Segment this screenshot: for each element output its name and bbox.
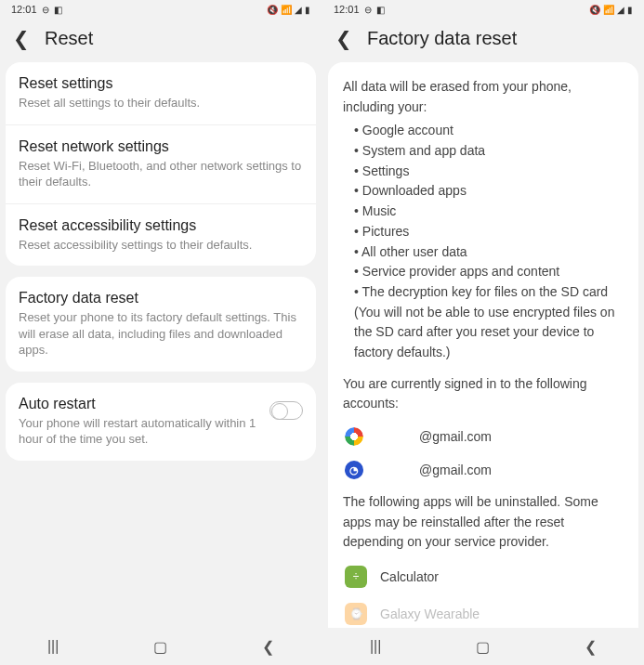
samsung-account-icon: ◔: [345, 461, 363, 479]
mute-icon: 🔇: [589, 5, 600, 15]
auto-restart-toggle[interactable]: [269, 401, 303, 420]
nav-back-icon[interactable]: ❮: [262, 638, 274, 656]
bullet-item: Downloaded apps: [354, 181, 624, 202]
notification-icon: ◧: [376, 5, 385, 15]
accounts-intro: You are currently signed in to the follo…: [328, 369, 638, 420]
factory-reset-details-card: All data will be erased from your phone,…: [328, 62, 638, 628]
wifi-icon: 📶: [281, 5, 292, 15]
header: ❮ Factory data reset: [322, 19, 644, 62]
reset-settings-item[interactable]: Reset settings Reset all settings to the…: [6, 62, 316, 125]
back-icon[interactable]: ❮: [335, 29, 352, 48]
notification-icon: ◧: [54, 5, 62, 15]
page-title: Factory data reset: [367, 28, 517, 49]
account-row-google: @gmail.com: [328, 420, 638, 453]
status-bar: 12:01 ⊖ ◧ 🔇 📶 ◢ ▮: [322, 0, 644, 19]
calculator-icon: ÷: [345, 566, 367, 588]
status-time: 12:01: [334, 4, 360, 15]
nav-home-icon[interactable]: ▢: [153, 638, 167, 656]
erase-list: Google account System and app data Setti…: [343, 121, 624, 362]
reset-accessibility-item[interactable]: Reset accessibility settings Reset acces…: [6, 204, 316, 267]
phone-left: 12:01 ⊖ ◧ 🔇 📶 ◢ ▮ ❮ Reset Reset settings…: [0, 0, 322, 665]
dnd-icon: ⊖: [42, 5, 49, 15]
page-title: Reset: [45, 28, 93, 49]
bullet-item: System and app data: [354, 141, 624, 162]
auto-restart-item[interactable]: Auto restart Your phone will restart aut…: [6, 383, 316, 461]
nav-recents-icon[interactable]: |||: [47, 638, 59, 655]
dnd-icon: ⊖: [364, 5, 372, 15]
status-time: 12:01: [11, 4, 37, 15]
reset-options-card: Reset settings Reset all settings to the…: [6, 62, 316, 266]
nav-back-icon[interactable]: ❮: [585, 638, 597, 656]
factory-reset-card: Factory data reset Reset your phone to i…: [6, 277, 316, 372]
apps-intro: The following apps will be uninstalled. …: [328, 487, 638, 558]
bullet-item: Pictures: [354, 222, 624, 242]
intro-text: All data will be erased from your phone,…: [343, 77, 624, 117]
account-row-samsung: ◔ @gmail.com: [328, 453, 638, 487]
nav-bar: ||| ▢ ❮: [0, 628, 322, 665]
auto-restart-card: Auto restart Your phone will restart aut…: [6, 383, 316, 461]
app-name: Calculator: [380, 569, 439, 584]
battery-icon: ▮: [627, 5, 633, 15]
bullet-item: Music: [354, 202, 624, 222]
mute-icon: 🔇: [267, 5, 278, 15]
bullet-item: Service provider apps and content: [354, 262, 624, 282]
phone-right: 12:01 ⊖ ◧ 🔇 📶 ◢ ▮ ❮ Factory data reset A…: [322, 0, 644, 665]
back-icon[interactable]: ❮: [13, 29, 30, 48]
wifi-icon: 📶: [603, 5, 614, 15]
signal-icon: ◢: [295, 5, 302, 15]
bullet-item: All other user data: [354, 242, 624, 263]
header: ❮ Reset: [0, 19, 322, 62]
nav-recents-icon[interactable]: |||: [370, 638, 381, 655]
nav-home-icon[interactable]: ▢: [476, 638, 490, 656]
battery-icon: ▮: [305, 5, 310, 15]
reset-network-item[interactable]: Reset network settings Reset Wi-Fi, Blue…: [6, 125, 316, 204]
google-icon: [345, 427, 363, 446]
bullet-item: Google account: [354, 121, 624, 141]
wearable-icon: ⌚: [345, 603, 367, 625]
status-bar: 12:01 ⊖ ◧ 🔇 📶 ◢ ▮: [0, 0, 322, 19]
app-row-calculator: ÷ Calculator: [328, 558, 638, 595]
account-email: @gmail.com: [419, 463, 492, 477]
app-name: Galaxy Wearable: [380, 606, 480, 621]
app-row-wearable: ⌚ Galaxy Wearable: [328, 595, 638, 628]
factory-data-reset-item[interactable]: Factory data reset Reset your phone to i…: [6, 277, 316, 372]
bullet-item: Settings: [354, 162, 624, 182]
nav-bar: ||| ▢ ❮: [322, 628, 644, 665]
bullet-item: The decryption key for files on the SD c…: [354, 282, 624, 363]
account-email: @gmail.com: [419, 429, 492, 444]
signal-icon: ◢: [617, 5, 624, 15]
